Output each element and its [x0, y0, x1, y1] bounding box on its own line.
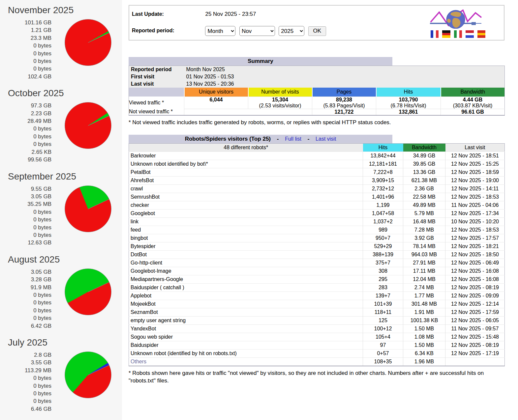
robot-name: Others — [129, 357, 363, 366]
robot-bandwidth: 964.03 MB — [403, 250, 445, 259]
ok-button[interactable]: OK — [308, 26, 326, 36]
robot-row: link1,037+216.48 MB10 Nov 2025 - 10:20 — [129, 217, 505, 226]
robot-hits: 100+12 — [363, 324, 403, 333]
month-stat-value: 0 bytes — [8, 314, 51, 322]
robot-last-visit: 12 Nov 2025 - 08:19 — [445, 283, 505, 292]
month-title: October 2025 — [8, 88, 122, 99]
robot-last-visit: 12 Nov 2025 - 16:08 — [445, 275, 505, 283]
robot-row: Others108+351.96 MB — [129, 357, 505, 366]
robot-hits: 295 — [363, 275, 403, 283]
pie-slice-boundary — [88, 116, 109, 126]
info-value: 01 Nov 2025 - 01:53 — [184, 73, 505, 80]
robot-row: checker1,19949.89 MB11 Nov 2025 - 04:06 — [129, 201, 505, 209]
month-stat-value: 0 bytes — [8, 224, 51, 231]
month-stat-value: 2.65 KB — [8, 148, 51, 156]
corner-cell — [129, 88, 184, 97]
robot-row: Barkrowler13,842+4434.89 GB12 Nov 2025 -… — [129, 152, 505, 160]
period-month-select[interactable]: Nov — [239, 26, 275, 36]
robot-bandwidth: 22.58 MB — [403, 193, 445, 201]
robot-row: Mediapartners-Google29512.04 MB12 Nov 20… — [129, 275, 505, 283]
robot-hits: 125 — [363, 316, 403, 324]
robot-name: DotBot — [129, 250, 363, 259]
robots-count-header: 48 different robots* — [129, 143, 363, 152]
month-stat-value: 0 bytes — [8, 291, 51, 299]
flag-netherlands-icon[interactable] — [466, 30, 473, 38]
robot-bandwidth: 7.28 MB — [403, 226, 445, 234]
period-type-select[interactable]: Month — [205, 26, 235, 36]
robot-hits: 529+29 — [363, 242, 403, 250]
robot-last-visit: 11 Nov 2025 - 04:06 — [445, 201, 505, 209]
robot-row: SemrushBot1,401+9622.58 MB12 Nov 2025 - … — [129, 193, 505, 201]
robot-last-visit: 12 Nov 2025 - 17:59 — [445, 308, 505, 316]
robot-row: DotBot388+139964.03 MB12 Nov 2025 - 18:5… — [129, 250, 505, 259]
robot-hits: 308 — [363, 267, 403, 275]
month-stat-value: 0 bytes — [8, 50, 51, 57]
month-stat-value: 0 bytes — [8, 65, 51, 72]
robot-bandwidth: 2.36 GB — [403, 184, 445, 193]
robot-name: Googlebot — [129, 209, 363, 217]
robot-hits: 97 — [363, 341, 403, 349]
last-visit-link[interactable]: Last visit — [316, 136, 336, 142]
robot-name: Sogou web spider — [129, 333, 363, 341]
month-stat-value: 101.16 GB — [8, 19, 51, 26]
month-title: July 2025 — [8, 337, 122, 348]
summary-title: Summary — [129, 57, 392, 66]
month-stat-value: 0 bytes — [8, 382, 51, 390]
robot-name: link — [129, 217, 363, 226]
viewed-bandwidth: 4.44 GB(303.87 KB/Visit) — [441, 97, 505, 109]
info-value: Month Nov 2025 — [184, 66, 505, 73]
col-bandwidth: Bandwidth — [441, 88, 505, 97]
robot-last-visit: 12 Nov 2025 - 12:14 — [445, 300, 505, 308]
robot-bandwidth: 1.77 MB — [403, 292, 445, 300]
robot-last-visit: 12 Nov 2025 - 17:57 — [445, 234, 505, 242]
robot-name: YandexBot — [129, 324, 363, 333]
info-value: 13 Nov 2025 - 20:36 — [184, 80, 505, 88]
robot-name: Barkrowler — [129, 152, 363, 160]
robot-hits: 1,037+2 — [363, 217, 403, 226]
robot-last-visit: 11 Nov 2025 - 09:57 — [445, 324, 505, 333]
report-header: Last Update: 25 Nov 2025 - 23:57 Reporte… — [129, 5, 504, 41]
robot-row: Unknown robot identified by bot\*12,181+… — [129, 160, 505, 168]
col-unique-visitors: Unique visitors — [184, 88, 248, 97]
flag-italy-icon[interactable] — [454, 30, 462, 38]
month-stat-value: 35.25 MB — [8, 200, 51, 208]
month-stat-value: 0 bytes — [8, 133, 51, 140]
month-title: November 2025 — [8, 5, 122, 16]
robot-hits: 283 — [363, 283, 403, 292]
month-stat-value: 3.05 GB — [8, 193, 51, 200]
viewed-traffic-label: Viewed traffic * — [129, 97, 184, 109]
robot-last-visit: 12 Nov 2025 - 19:00 — [445, 176, 505, 184]
last-update-row: Last Update: 25 Nov 2025 - 23:57 — [132, 11, 256, 17]
robot-row: empty user agent string1251001.38 KB12 N… — [129, 316, 505, 324]
robot-hits: 2,732+12 — [363, 184, 403, 193]
pie-slice-boundary — [88, 365, 109, 375]
flag-germany-icon[interactable] — [442, 30, 450, 38]
period-year-select[interactable]: 2025 — [279, 26, 304, 36]
robots-header-row: 48 different robots* Hits Bandwidth Last… — [129, 143, 505, 152]
robot-row: bingbot950+73.92 GB12 Nov 2025 - 17:57 — [129, 234, 505, 242]
robot-bandwidth: 6.34 KB — [403, 349, 445, 357]
flag-france-icon[interactable] — [431, 30, 439, 38]
viewed-pages: 89,238(5.83 Pages/Visit) — [312, 97, 376, 109]
robot-name: Go-http-client — [129, 259, 363, 267]
robot-bandwidth: 1.91 MB — [403, 308, 445, 316]
robot-row: Go-http-client375+727.91 MB12 Nov 2025 -… — [129, 259, 505, 267]
month-block-4: July 20252.8 GB3.55 GB113.29 MB0 bytes0 … — [0, 337, 122, 413]
col-number-of-visits: Number of visits — [248, 88, 312, 97]
robot-name: bingbot — [129, 234, 363, 242]
month-stat-value: 113.29 MB — [8, 367, 51, 374]
month-stat-value: 0 bytes — [8, 397, 51, 405]
robot-hits: 950+7 — [363, 234, 403, 242]
robot-bandwidth: 1.08 MB — [403, 333, 445, 341]
month-stat-value: 0 bytes — [8, 231, 51, 239]
robot-last-visit: 12 Nov 2025 - 18:21 — [445, 242, 505, 250]
robot-last-visit: 12 Nov 2025 - 17:34 — [445, 209, 505, 217]
robot-name: Applebot — [129, 292, 363, 300]
reported-period-row: Reported period: Month Nov 2025 OK — [132, 26, 326, 36]
summary-info-row: Last visit 13 Nov 2025 - 20:36 — [129, 80, 505, 88]
robot-hits: 375+7 — [363, 259, 403, 267]
full-list-link[interactable]: Full list — [285, 136, 301, 142]
flag-spain-icon[interactable] — [477, 30, 485, 38]
robots-lastvisit-header: Last visit — [445, 143, 505, 152]
robot-row: Applebot139+71.77 MB12 Nov 2025 - 09:09 — [129, 292, 505, 300]
